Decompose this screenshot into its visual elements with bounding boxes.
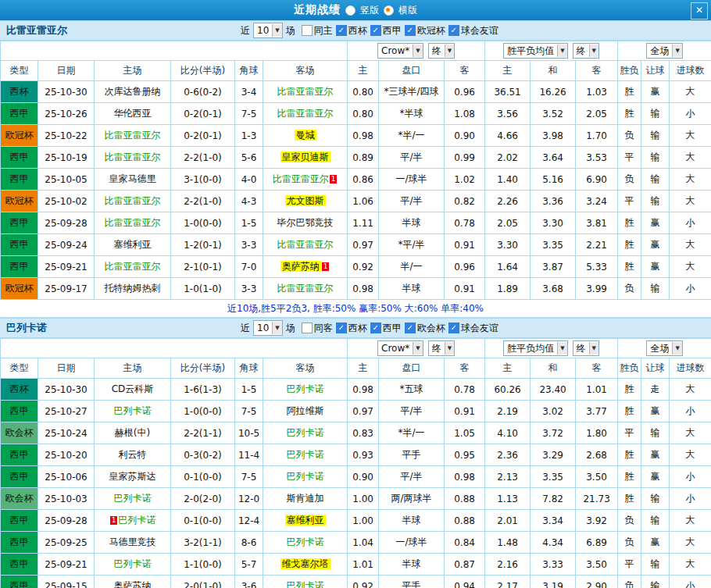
bookmaker-select[interactable]: Crow*▼	[377, 340, 423, 356]
filter-checkbox[interactable]: ✓西杯	[336, 24, 367, 37]
checkbox-checked-icon[interactable]: ✓	[370, 25, 381, 36]
score-cell: 2-0(2-0)	[171, 488, 235, 510]
avg-draw-cell: 3.68	[531, 278, 576, 300]
home-team-cell: 巴列卡诺	[95, 401, 171, 422]
match-count-select[interactable]: 10▼	[253, 23, 283, 38]
result-cell: 负	[618, 125, 641, 147]
average-select[interactable]: 胜平负均值▼	[503, 340, 567, 356]
match-row: 西甲25-10-05皇家马德里3-1(0-0)4-0比雷亚雷亚尔10.86一/球…	[1, 169, 711, 191]
checkbox-checked-icon[interactable]: ✓	[405, 25, 416, 36]
match-date: 25-10-30	[38, 379, 95, 401]
result-cell: 负	[618, 532, 641, 554]
avg-draw-cell: 3.35	[531, 466, 576, 488]
away-team-cell: 比雷亚雷亚尔	[263, 103, 348, 125]
checkbox-unchecked-icon[interactable]	[302, 25, 313, 36]
bookmaker-select[interactable]: Crow*▼	[377, 43, 423, 59]
close-button[interactable]: ✕	[691, 2, 708, 20]
corners-cell: 7-0	[235, 256, 263, 278]
handicap-selector-cell: Crow*▼ 终▼	[348, 41, 485, 61]
handicap-cell: 平手	[379, 444, 445, 466]
average-select[interactable]: 胜平负均值▼	[503, 43, 567, 59]
checkbox-checked-icon[interactable]: ✓	[336, 25, 347, 36]
checkbox-checked-icon[interactable]: ✓	[336, 323, 347, 333]
handicap-cell: 半球	[379, 510, 445, 532]
home-odds-cell: 0.86	[348, 169, 379, 191]
handicap-result-cell: 输	[641, 191, 670, 212]
home-odds-cell: 0.92	[348, 256, 379, 278]
match-date: 25-09-28	[38, 212, 95, 234]
league-badge: 西甲	[1, 401, 38, 422]
result-cell: 胜	[618, 103, 641, 125]
home-team-cell: 比雷亚雷亚尔	[95, 147, 171, 169]
bookmaker-final-select[interactable]: 终▼	[428, 340, 455, 356]
handicap-cell: 半球	[379, 554, 445, 576]
avg-draw-cell: 3.72	[531, 422, 576, 444]
bookmaker-final-select[interactable]: 终▼	[428, 43, 455, 59]
avg-draw-cell: 3.64	[531, 147, 576, 169]
team-name: 巴列卡诺	[287, 580, 324, 588]
match-row: 西甲25-09-21比雷亚雷亚尔2-1(0-1)7-0奥萨苏纳10.92半/一0…	[1, 256, 711, 278]
checkbox-checked-icon[interactable]: ✓	[448, 25, 459, 36]
average-final-select[interactable]: 终▼	[573, 340, 599, 356]
checkbox-checked-icon[interactable]: ✓	[448, 323, 459, 333]
vertical-layout-label[interactable]: 竖版	[360, 4, 379, 17]
handicap-cell: 一/球半	[379, 169, 445, 191]
team-name: 奥萨苏纳	[280, 261, 321, 272]
avg-draw-cell: 3.98	[531, 125, 576, 147]
scope-select[interactable]: 全场▼	[646, 340, 682, 356]
horizontal-layout-label[interactable]: 横版	[398, 4, 417, 17]
away-odds-cell: 0.94	[445, 576, 485, 588]
filter-checkbox[interactable]: 同主	[302, 24, 333, 37]
average-final-select[interactable]: 终▼	[573, 43, 599, 59]
horizontal-layout-radio[interactable]	[384, 5, 394, 16]
avg-home-cell: 4.66	[485, 125, 531, 147]
selector-spacer	[1, 339, 348, 358]
avg-away-cell: 1.03	[576, 81, 618, 103]
away-odds-cell: 0.91	[445, 234, 485, 256]
handicap-result-cell: 输	[641, 554, 670, 576]
select-value: Crow*	[381, 342, 413, 355]
filter-checkbox[interactable]: ✓球会友谊	[448, 24, 498, 37]
filter-checkbox[interactable]: ✓欧冠杯	[405, 24, 445, 37]
filter-checkbox[interactable]: ✓西甲	[370, 24, 402, 37]
home-odds-cell: 0.83	[348, 422, 379, 444]
scope-select[interactable]: 全场▼	[646, 43, 682, 59]
goals-result-cell: 大	[670, 125, 711, 147]
league-badge: 西甲	[1, 444, 38, 466]
checkbox-checked-icon[interactable]: ✓	[405, 323, 416, 333]
away-team-cell: 巴列卡诺	[263, 444, 348, 466]
corners-cell: 11-4	[235, 444, 263, 466]
match-date: 25-10-20	[38, 444, 95, 466]
home-team-cell: 比雷亚雷亚尔	[95, 256, 171, 278]
column-header: 让球	[641, 358, 670, 379]
avg-draw-cell: 3.87	[531, 256, 576, 278]
filter-checkbox[interactable]: ✓西杯	[336, 322, 367, 335]
away-odds-cell: 0.96	[445, 81, 485, 103]
filter-checkbox[interactable]: ✓球会友谊	[448, 322, 498, 335]
match-count-select[interactable]: 10▼	[253, 320, 283, 336]
score-cell: 1-0(1-0)	[171, 278, 235, 300]
selector-row: Crow*▼ 终▼ 胜平负均值▼ 终▼ 全场▼	[1, 339, 711, 358]
team-name: 巴列卡诺	[287, 471, 324, 482]
goals-result-cell: 小	[670, 466, 711, 488]
home-team-cell: 巴列卡诺	[95, 488, 171, 510]
score-cell: 2-2(1-1)	[171, 422, 235, 444]
away-odds-cell: 0.88	[445, 510, 485, 532]
filter-checkbox[interactable]: ✓西甲	[370, 322, 402, 335]
filter-checkbox-label: 欧冠杯	[417, 24, 445, 37]
league-badge: 欧会杯	[1, 422, 38, 444]
away-team-cell: 阿拉维斯	[263, 401, 348, 422]
match-date: 25-10-02	[38, 191, 95, 212]
goals-result-cell: 大	[670, 554, 711, 576]
corners-cell: 4-3	[235, 191, 263, 212]
checkbox-checked-icon[interactable]: ✓	[370, 323, 381, 333]
team-section-away: 巴列卡诺 近 10▼ 场 同客✓西杯✓西甲✓欧会杯✓球会友谊	[0, 318, 711, 588]
match-row: 西杯25-10-30CD云科斯1-6(1-3)1-5巴列卡诺0.98*五球0.7…	[1, 379, 711, 401]
select-value: 胜平负均值	[507, 45, 557, 57]
away-team-cell: 塞维利亚	[263, 510, 348, 532]
checkbox-unchecked-icon[interactable]	[302, 323, 313, 333]
filter-checkbox[interactable]: 同客	[302, 322, 333, 335]
vertical-layout-radio[interactable]	[345, 5, 356, 16]
score-cell: 2-1(0-1)	[171, 256, 235, 278]
filter-checkbox[interactable]: ✓欧会杯	[405, 322, 445, 335]
